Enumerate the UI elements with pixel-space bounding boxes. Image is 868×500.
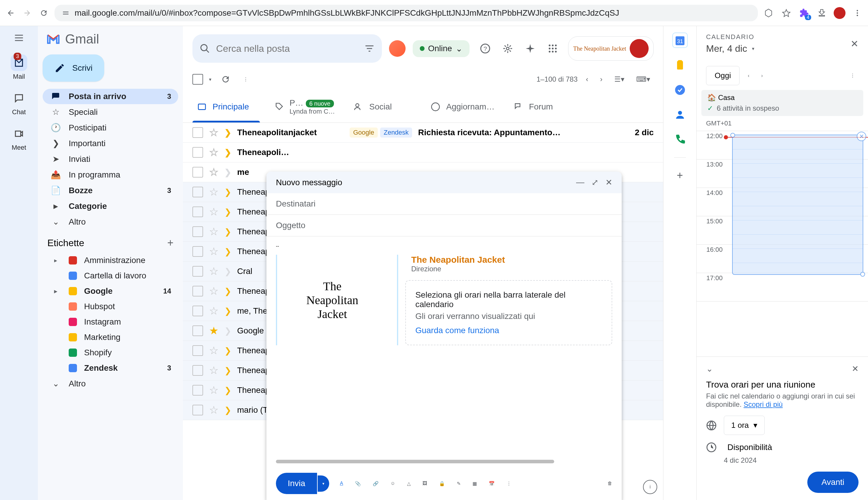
signature-icon[interactable]: ✎: [454, 478, 463, 489]
settings-icon[interactable]: [501, 42, 515, 56]
tab-social[interactable]: Social: [344, 91, 421, 123]
email-row[interactable]: ☆ ❯ Theneapolitanjacket GoogleZendesk Ri…: [183, 123, 663, 143]
label-cartella-di-lavoro[interactable]: Cartella di lavoro: [43, 268, 178, 283]
row-checkbox[interactable]: [192, 286, 203, 296]
contacts-addon-icon[interactable]: [673, 108, 687, 122]
extensions-icon[interactable]: [798, 7, 810, 19]
allday-event[interactable]: 🏠 Casa ✓6 attività in sospeso: [701, 90, 863, 116]
rail-chat[interactable]: Chat: [11, 90, 27, 116]
compose-body[interactable]: -- TheNeapolitanJacket The Neapolitan Ja…: [266, 236, 622, 456]
url-bar[interactable]: mail.google.com/mail/u/0/#inbox?compose=…: [55, 5, 758, 21]
important-icon[interactable]: ❯: [224, 306, 231, 316]
search-input[interactable]: [216, 43, 358, 54]
bookmark-icon[interactable]: [780, 7, 792, 19]
row-checkbox[interactable]: [192, 127, 203, 138]
labels-more[interactable]: ⌄Altro: [38, 376, 183, 391]
label-google[interactable]: ▸Google14: [43, 283, 178, 299]
chrome-menu-icon[interactable]: [852, 7, 863, 19]
next-page-icon[interactable]: ›: [597, 71, 606, 87]
email-row[interactable]: ☆ ❯ Theneapoli…: [183, 143, 663, 162]
back-button[interactable]: [5, 7, 16, 19]
tasks-addon-icon[interactable]: [673, 83, 687, 97]
calendar-hour-row[interactable]: 17:00: [697, 273, 868, 302]
row-checkbox[interactable]: [192, 147, 203, 158]
format-icon[interactable]: A: [337, 478, 345, 488]
row-checkbox[interactable]: [192, 385, 203, 396]
rail-meet[interactable]: Meet: [11, 125, 27, 151]
main-menu-button[interactable]: [12, 31, 26, 45]
fullscreen-icon[interactable]: ⤢: [591, 178, 598, 187]
nav-more[interactable]: ⌄Altro: [43, 214, 178, 230]
more-options-icon[interactable]: ⋮: [504, 478, 514, 489]
prev-day-icon[interactable]: ‹: [744, 69, 753, 82]
nav-starred[interactable]: ☆Speciali: [43, 104, 178, 120]
row-checkbox[interactable]: [192, 187, 203, 197]
star-icon[interactable]: ☆: [209, 186, 219, 198]
confidential-icon[interactable]: 🔒: [437, 478, 447, 489]
row-checkbox[interactable]: [192, 167, 203, 178]
star-icon[interactable]: ☆: [209, 206, 219, 218]
input-tools-icon[interactable]: ⌨▾: [633, 71, 654, 87]
compose-button[interactable]: Scrivi: [43, 55, 104, 82]
important-icon[interactable]: ❯: [224, 207, 231, 217]
forward-button[interactable]: [21, 7, 33, 19]
row-checkbox[interactable]: [192, 246, 203, 257]
collapse-icon[interactable]: ⌄: [706, 364, 713, 374]
tab-forums[interactable]: Forum: [504, 91, 581, 123]
label-instagram[interactable]: Instagram: [43, 314, 178, 330]
tab-primary[interactable]: Principale: [188, 91, 265, 123]
compose-scrollbar[interactable]: [276, 460, 554, 463]
learn-more-link[interactable]: Scopri di più: [744, 400, 783, 408]
row-checkbox[interactable]: [192, 266, 203, 277]
star-icon[interactable]: ☆: [209, 166, 219, 179]
next-day-icon[interactable]: ›: [758, 69, 766, 82]
star-icon[interactable]: ☆: [209, 245, 219, 258]
status-pill[interactable]: Online ⌄: [413, 40, 469, 57]
star-icon[interactable]: ☆: [209, 344, 219, 357]
star-icon[interactable]: ☆: [209, 225, 219, 238]
important-icon[interactable]: ❯: [224, 148, 231, 157]
add-addon-icon[interactable]: +: [673, 168, 687, 183]
nav-inbox[interactable]: Posta in arrivo 3: [43, 89, 178, 104]
drive-icon[interactable]: △: [405, 478, 413, 489]
prev-page-icon[interactable]: ‹: [582, 71, 592, 87]
meeting-close-icon[interactable]: ✕: [852, 364, 858, 374]
star-icon[interactable]: ☆: [209, 384, 219, 396]
hubspot-button[interactable]: [389, 40, 405, 57]
duration-select[interactable]: 1 ora ▾: [724, 416, 765, 435]
link-icon[interactable]: 🔗: [370, 478, 381, 489]
important-icon[interactable]: ❯: [224, 168, 231, 177]
tab-updates[interactable]: Aggiornam…: [421, 91, 504, 123]
discard-draft-icon[interactable]: 🗑: [608, 481, 612, 486]
important-icon[interactable]: ❯: [224, 128, 231, 138]
reload-button[interactable]: [38, 7, 50, 19]
more-actions-icon[interactable]: ⋮: [240, 73, 252, 86]
important-icon[interactable]: ❯: [224, 266, 231, 276]
important-icon[interactable]: ❯: [224, 326, 231, 336]
keep-addon-icon[interactable]: [673, 58, 687, 72]
gemini-icon[interactable]: [523, 42, 537, 56]
tab-promotions[interactable]: P…6 nuove Lynda from C…: [265, 91, 344, 123]
add-label-button[interactable]: +: [167, 237, 174, 249]
template-icon[interactable]: ▦: [470, 478, 479, 489]
voice-addon-icon[interactable]: [673, 133, 687, 147]
select-dropdown-icon[interactable]: ▾: [209, 77, 211, 82]
calendar-hint-link[interactable]: Guarda come funziona: [415, 326, 602, 335]
row-checkbox[interactable]: [192, 226, 203, 237]
recipients-field[interactable]: Destinatari: [266, 193, 622, 215]
attach-icon[interactable]: 📎: [353, 478, 363, 489]
label-amministrazione[interactable]: ▸Amministrazione: [43, 253, 178, 268]
nav-scheduled[interactable]: 📤In programma: [43, 167, 178, 183]
star-icon[interactable]: ☆: [209, 265, 219, 277]
star-icon[interactable]: ☆: [209, 285, 219, 297]
send-button[interactable]: Invia: [276, 473, 317, 494]
row-checkbox[interactable]: [192, 306, 203, 316]
nav-sent[interactable]: ➤Inviati: [43, 151, 178, 167]
rail-mail[interactable]: 3 Mail: [11, 55, 27, 80]
selection-handle[interactable]: [860, 272, 865, 277]
time-selection[interactable]: ✕: [732, 135, 863, 275]
selection-close-icon[interactable]: ✕: [857, 132, 866, 141]
apps-icon[interactable]: [546, 42, 560, 56]
minimize-icon[interactable]: —: [576, 178, 585, 187]
star-icon[interactable]: ☆: [209, 404, 219, 416]
